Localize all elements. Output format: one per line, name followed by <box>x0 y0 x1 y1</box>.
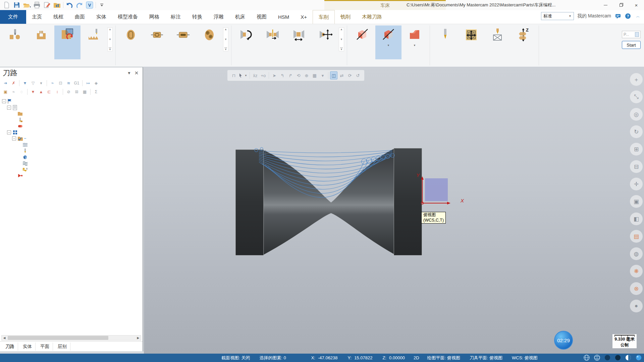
section-globe-icon[interactable] <box>583 354 590 361</box>
p-field[interactable]: P... <box>622 31 641 38</box>
insert-arrow-move-icon[interactable]: ⊏ <box>46 88 53 96</box>
dimension-mode[interactable]: 2D <box>414 355 419 360</box>
viewport-tool-12-icon[interactable]: ❋ <box>630 265 643 278</box>
lock-toolpath-icon[interactable]: ▣ <box>2 88 9 96</box>
tree-expand-toggle[interactable]: − <box>12 136 16 140</box>
ribbon-button-端面钻孔[interactable] <box>196 25 222 59</box>
graphics-viewport[interactable]: ⊓▼x̄z+o➤↰↱⟲⊕▦▾◫⇄⟳↺ <box>144 67 644 354</box>
tree-item[interactable] <box>2 167 143 173</box>
selection-lock-icon[interactable]: ⊓ <box>230 71 237 79</box>
collapse-ribbon-icon[interactable]: ︿ <box>635 13 641 19</box>
help-icon[interactable]: ? <box>625 13 631 19</box>
tree-item[interactable] <box>2 111 143 117</box>
panel-tab-层别[interactable]: 层别 <box>54 343 70 351</box>
grid-dropdown-icon[interactable]: ▾ <box>319 71 326 79</box>
tree-item[interactable]: − <box>2 105 143 111</box>
wcs-status[interactable]: WCS: 俯视图 <box>512 355 538 361</box>
panel-close-icon[interactable]: ✕ <box>133 70 140 76</box>
export-folder-icon[interactable] <box>53 1 61 9</box>
tree-horizontal-scrollbar[interactable]: ◀ ▶ <box>1 335 141 341</box>
section-view-status[interactable]: 截面视图: 关闭 <box>221 355 250 361</box>
refresh-select-icon[interactable]: ⟳ <box>346 71 354 79</box>
tree-item[interactable] <box>2 173 143 179</box>
minimize-icon[interactable] <box>598 0 613 10</box>
tab-木雕刀路[interactable]: 木雕刀路 <box>356 10 388 24</box>
tab-车削[interactable]: 车削 <box>313 10 335 24</box>
edit-icon[interactable]: Σ <box>93 88 100 96</box>
tree-expand-toggle[interactable]: − <box>2 99 6 103</box>
tab-浮雕[interactable]: 浮雕 <box>208 10 229 24</box>
tplane-status[interactable]: 刀具平面: 俯视图 <box>470 355 502 361</box>
ribbon-button-与Z对齐[interactable]: Z <box>511 25 537 59</box>
panel-tab-刀路[interactable]: 刀路 <box>2 343 18 351</box>
ribbon-button-端面外形[interactable] <box>118 25 144 59</box>
move-up-icon[interactable]: ▲ <box>38 88 45 96</box>
cursor-mode-dropdown[interactable]: ▼ <box>238 71 248 79</box>
viewport-tool-7-icon[interactable]: ✛ <box>630 178 643 190</box>
panel-pin-icon[interactable]: ▼ <box>126 71 132 75</box>
group-scroll-arrows[interactable]: ▲▼▼ <box>223 27 228 51</box>
scroll-insert-icon[interactable]: ↕ <box>54 88 61 96</box>
ribbon-button-毛坯翻转[interactable] <box>233 25 260 59</box>
ribbon-button-毛坯调动[interactable] <box>286 25 312 59</box>
ribbon-button-显示/隐藏毛坯[interactable]: ▼ <box>375 25 401 59</box>
print-icon[interactable] <box>33 1 41 9</box>
cplane-status[interactable]: 绘图平面: 俯视图 <box>427 355 460 361</box>
move-down-icon[interactable]: ▼ <box>30 88 37 96</box>
reset-select-icon[interactable]: ↺ <box>354 71 362 79</box>
feedback-icon[interactable] <box>614 13 621 19</box>
viewport-tool-8-icon[interactable]: ▣ <box>630 195 643 208</box>
tree-item[interactable]: − <box>2 135 143 142</box>
restore-icon[interactable] <box>613 0 629 10</box>
trim-select-icon[interactable]: ⊘ <box>65 88 72 96</box>
stock-left-block[interactable] <box>235 149 264 255</box>
ribbon-button-同步装夹/...[interactable] <box>260 25 286 59</box>
group-scroll-arrows[interactable]: ▲▼▼ <box>107 27 113 51</box>
viewport-tool-4-icon[interactable]: ↻ <box>630 125 643 138</box>
summary-icon[interactable]: ▦ <box>81 88 88 96</box>
tab-线框[interactable]: 线框 <box>48 10 69 24</box>
ribbon-button-C轴视图[interactable] <box>484 25 511 59</box>
stock-right-block[interactable] <box>394 148 422 255</box>
tree-item[interactable] <box>2 160 143 167</box>
filter-options-icon[interactable]: ▾ <box>38 80 45 87</box>
tree-item[interactable]: − <box>2 129 143 136</box>
select-next-icon[interactable]: ↱ <box>287 71 294 79</box>
group-scroll-arrows[interactable]: ▲▼▼ <box>339 27 344 51</box>
unselect-icon[interactable]: ⟲ <box>295 71 302 79</box>
shading-moon-icon[interactable] <box>604 354 611 361</box>
filter-clear-icon[interactable]: ▽ <box>30 80 37 87</box>
viewport-tool-2-icon[interactable]: ⤡ <box>630 90 643 103</box>
ghost-toolpath-icon[interactable]: ◌ <box>18 88 25 96</box>
grid-settings-icon[interactable]: ▦ <box>311 71 318 79</box>
tab-HSM[interactable]: HSM <box>272 10 295 24</box>
tree-item[interactable] <box>2 117 143 123</box>
lathe-part-model[interactable] <box>235 146 423 257</box>
viewport-tool-10-icon[interactable]: ▤ <box>630 230 643 243</box>
save-icon[interactable] <box>13 1 21 9</box>
viewport-tool-13-icon[interactable]: ⊗ <box>630 282 643 295</box>
customize-icon[interactable] <box>98 1 106 9</box>
filter-toggle-icon[interactable]: ▼ <box>21 80 29 87</box>
origin-snap-icon[interactable]: +o <box>260 71 267 79</box>
tab-X+[interactable]: X+ <box>295 10 313 24</box>
ribbon-button-车刀管理[interactable] <box>432 25 458 59</box>
undo-icon[interactable] <box>65 1 73 9</box>
fast-point-icon[interactable]: x̄z <box>252 71 259 79</box>
swap-select-icon[interactable]: ⇄ <box>338 71 345 79</box>
toggle-toolpath-display-icon[interactable]: ≈ <box>10 88 17 96</box>
ribbon-button-毛坯模型[interactable]: ▼ <box>401 25 428 59</box>
backside-icon[interactable] <box>614 354 621 361</box>
ribbon-button-动态粗车[interactable] <box>54 25 80 59</box>
panel-tab-平面[interactable]: 平面 <box>37 343 53 351</box>
viewport-tool-5-icon[interactable]: ⊞ <box>630 143 643 156</box>
save-edit-icon[interactable] <box>43 1 51 9</box>
verify-toggle-icon[interactable]: V <box>86 1 94 9</box>
tab-模型准备[interactable]: 模型准备 <box>112 10 144 24</box>
tab-转换[interactable]: 转换 <box>186 10 208 24</box>
tree-expand-toggle[interactable]: − <box>7 130 11 134</box>
tab-网格[interactable]: 网格 <box>144 10 165 24</box>
tree-item[interactable] <box>2 154 143 161</box>
viewport-tool-11-icon[interactable]: ◍ <box>630 247 643 260</box>
ribbon-button-毛坯着色切换[interactable] <box>349 25 375 59</box>
